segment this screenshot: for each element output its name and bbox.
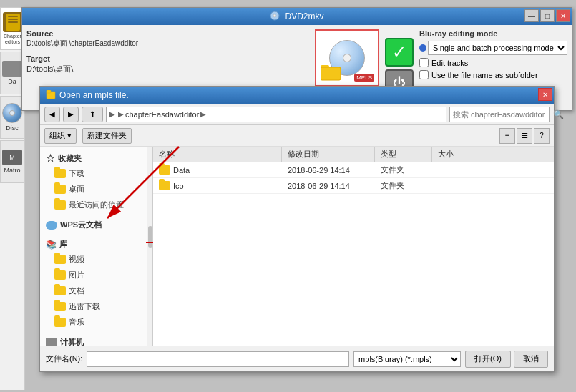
check-button[interactable]: ✓ <box>385 38 414 67</box>
toolbar-row: 组织 ▾ 新建文件夹 ≡ ☰ ? <box>40 125 554 147</box>
cancel-button[interactable]: 取消 <box>514 351 548 368</box>
view-help-button[interactable]: ? <box>534 128 550 144</box>
left-item-music[interactable]: 音乐 <box>43 314 144 330</box>
organize-button[interactable]: 组织 ▾ <box>44 128 77 144</box>
computer-section: 计算机 <box>43 335 144 346</box>
forward-button[interactable]: ▶ <box>63 107 79 122</box>
folder-icon-documents <box>54 286 66 295</box>
folder-icon-pictures <box>54 270 66 280</box>
source-row: Source D:\tools\桌面 \chapterEasdawdditor <box>26 29 309 49</box>
new-folder-button[interactable]: 新建文件夹 <box>82 128 132 144</box>
target-value: D:\tools\桌面\ <box>26 64 309 74</box>
left-item-download[interactable]: 下载 <box>43 165 144 181</box>
use-filename-checkbox[interactable] <box>419 70 429 79</box>
col-header-type[interactable]: 类型 <box>375 147 432 162</box>
wps-title: WPS云文档 <box>43 218 144 232</box>
folder-icon-thunder <box>54 302 66 311</box>
titlebar-controls: — □ ✕ <box>524 9 570 22</box>
file-row-data[interactable]: Data 2018-06-29 14:14 文件夹 <box>153 162 554 178</box>
sidebar-item-matro[interactable]: M Matro <box>0 140 25 183</box>
filename-label: 文件名(N): <box>46 353 82 364</box>
file-name-ico: Ico <box>153 178 282 193</box>
bluray-label: Blu-ray editing mode <box>419 29 567 38</box>
favorites-section: ☆ 收藏夹 下载 桌面 最近访问的位置 <box>43 151 144 212</box>
folder-icon-data <box>159 165 170 175</box>
view-list-button[interactable]: ≡ <box>499 128 515 144</box>
svg-point-1 <box>273 14 276 17</box>
source-value: D:\tools\桌面 \chapterEasdawdditor <box>26 39 309 49</box>
up-button[interactable]: ⬆ <box>82 107 103 122</box>
col-header-name[interactable]: 名称 <box>153 147 282 162</box>
app-title: DVD2mkv <box>285 11 323 21</box>
right-panel: 名称 修改日期 类型 大小 Data 2018-06- <box>153 147 554 346</box>
file-size-ico <box>432 178 482 193</box>
folder-icon-music <box>54 318 66 327</box>
sidebar-label-matro: Matro <box>4 167 20 174</box>
computer-title: 计算机 <box>43 335 144 346</box>
left-item-recent[interactable]: 最近访问的位置 <box>43 197 144 212</box>
left-scrollbar[interactable] <box>147 147 153 346</box>
folder-icon-video <box>54 255 66 264</box>
file-dialog: Open an mpls file. ✕ ◀ ▶ ⬆ ▶ ▶ chapterEa… <box>39 86 555 372</box>
left-item-documents[interactable]: 文档 <box>43 283 144 298</box>
target-label: Target <box>26 54 309 63</box>
library-title: 📚 库 <box>43 237 144 251</box>
back-button[interactable]: ◀ <box>44 107 60 122</box>
dialog-toolbar: ◀ ▶ ⬆ ▶ ▶ chapterEasdawdditor ▶ 🔍 <box>40 104 554 125</box>
file-date-data: 2018-06-29 14:14 <box>282 162 375 177</box>
left-item-pictures[interactable]: 图片 <box>43 267 144 283</box>
use-filename-row: Use the file name as subfolder <box>419 70 567 79</box>
dialog-bottom: 文件名(N): mpls(Bluray) (*.mpls) 打开(O) 取消 <box>40 346 554 371</box>
sidebar-label-disc: Disc <box>6 124 19 132</box>
mpls-badge: MPLS <box>354 74 374 82</box>
svg-rect-4 <box>321 67 341 80</box>
left-item-video[interactable]: 视频 <box>43 251 144 267</box>
filetype-select[interactable]: mpls(Bluray) (*.mpls) <box>353 351 461 367</box>
breadcrumb-bar: ▶ ▶ chapterEasdawdditor ▶ <box>106 107 446 122</box>
file-row-ico[interactable]: Ico 2018-06-29 14:14 文件夹 <box>153 178 554 194</box>
edit-tracks-label: Edit tracks <box>431 59 468 67</box>
bluray-mode-select[interactable]: Single and batch processing mode <box>428 41 567 55</box>
folder-icon-desktop <box>54 185 66 194</box>
file-date-ico: 2018-06-29 14:14 <box>282 178 375 193</box>
cloud-icon <box>46 221 57 230</box>
edit-tracks-row: Edit tracks <box>419 58 567 67</box>
dialog-title: Open an mpls file. <box>59 90 129 100</box>
use-filename-label: Use the file name as subfolder <box>431 71 538 79</box>
folder-icon <box>321 64 342 81</box>
sidebar-label-da: Da <box>8 78 16 85</box>
search-input[interactable] <box>453 110 552 119</box>
target-row: Target D:\tools\桌面\ <box>26 54 309 74</box>
folder-icon-ico <box>159 181 170 190</box>
breadcrumb-path: chapterEasdawdditor <box>125 110 199 119</box>
dialog-titlebar: Open an mpls file. ✕ <box>40 87 554 104</box>
left-item-thunder[interactable]: 迅雷下载 <box>43 298 144 314</box>
breadcrumb-sep2: ▶ <box>118 110 124 118</box>
bluray-dropdown: Single and batch processing mode <box>419 41 567 55</box>
col-header-date[interactable]: 修改日期 <box>282 147 375 162</box>
dialog-icon <box>46 90 56 100</box>
close-button[interactable]: ✕ <box>556 9 570 22</box>
dialog-body: ☆ 收藏夹 下载 桌面 最近访问的位置 <box>40 147 554 346</box>
favorites-title: ☆ 收藏夹 <box>43 151 144 165</box>
minimize-button[interactable]: — <box>524 9 539 22</box>
toolbar-right: ≡ ☰ ? <box>499 128 550 144</box>
dvd-icon-area[interactable]: MPLS <box>315 29 379 87</box>
bluray-dot <box>419 44 426 52</box>
file-size-data <box>432 162 482 177</box>
dvd-icon <box>270 11 281 22</box>
filename-input[interactable] <box>87 351 349 367</box>
left-item-desktop[interactable]: 桌面 <box>43 181 144 197</box>
maximize-button[interactable]: □ <box>540 9 555 22</box>
left-panel: ☆ 收藏夹 下载 桌面 最近访问的位置 <box>40 147 147 346</box>
view-details-button[interactable]: ☰ <box>517 128 532 144</box>
edit-tracks-checkbox[interactable] <box>419 58 429 67</box>
dialog-close-button[interactable]: ✕ <box>538 88 552 101</box>
search-icon: 🔍 <box>553 109 564 119</box>
col-header-size[interactable]: 大小 <box>432 147 482 162</box>
open-button[interactable]: 打开(O) <box>465 351 511 368</box>
app-titlebar: DVD2mkv — □ ✕ <box>22 8 572 25</box>
svg-rect-6 <box>47 90 51 93</box>
dialog-action-buttons: 打开(O) 取消 <box>465 351 548 368</box>
wps-section: WPS云文档 <box>43 218 144 232</box>
